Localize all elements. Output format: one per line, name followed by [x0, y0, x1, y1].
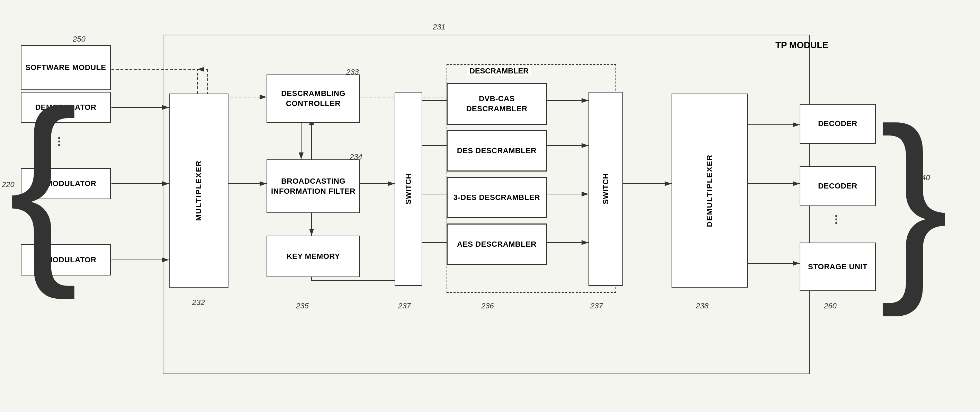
storage-unit-box: STORAGE UNIT: [800, 243, 876, 291]
decoder-brace: }: [879, 104, 948, 298]
dvb-cas-label: DVB-CAS DESCRAMBLER: [448, 94, 546, 113]
ref-235: 235: [296, 302, 309, 310]
ref-231: 231: [433, 22, 445, 32]
switch-right-box: SWITCH: [589, 92, 623, 286]
storage-unit-label: STORAGE UNIT: [808, 262, 867, 272]
aes-box: AES DESCRAMBLER: [447, 224, 547, 265]
switch-left-box: SWITCH: [395, 92, 422, 286]
des-label: DES DESCRAMBLER: [457, 146, 536, 156]
aes-label: AES DESCRAMBLER: [457, 240, 536, 249]
dvb-cas-box: DVB-CAS DESCRAMBLER: [447, 83, 547, 125]
key-memory-label: KEY MEMORY: [286, 252, 340, 262]
descrambling-controller-label: DESCRAMBLING CONTROLLER: [267, 89, 360, 109]
multiplexer-label: MULTIPLEXER: [194, 160, 204, 221]
three-des-label: 3-DES DESCRAMBLER: [453, 193, 540, 203]
ref-234: 234: [350, 152, 363, 161]
des-box: DES DESCRAMBLER: [447, 130, 547, 171]
decoder2-label: DECODER: [818, 181, 858, 191]
multiplexer-box: MULTIPLEXER: [169, 94, 229, 287]
decoder1-label: DECODER: [818, 119, 858, 129]
descrambler-label: DESCRAMBLER: [467, 67, 531, 75]
three-des-box: 3-DES DESCRAMBLER: [447, 177, 547, 218]
descrambling-controller-box: DESCRAMBLING CONTROLLER: [267, 75, 360, 123]
demultiplexer-box: DEMULTIPLEXER: [671, 94, 748, 287]
ref-250: 250: [73, 35, 86, 44]
ref-238: 238: [696, 302, 709, 310]
tp-module-label: TP MODULE: [775, 40, 828, 51]
diagram-container: TP MODULE DESCRAMBLER SOFTWARE MODULE 25…: [0, 0, 980, 412]
broadcasting-info-filter-box: BROADCASTING INFORMATION FILTER: [267, 160, 360, 213]
ref-240: 240: [917, 173, 930, 182]
ref-237-left: 237: [398, 302, 411, 310]
demodulator-brace: {: [9, 92, 78, 275]
switch-right-label: SWITCH: [601, 173, 611, 204]
ref-220: 220: [2, 180, 14, 189]
ref-232: 232: [192, 298, 205, 307]
broadcasting-info-filter-label: BROADCASTING INFORMATION FILTER: [267, 176, 360, 196]
demultiplexer-label: DEMULTIPLEXER: [705, 154, 715, 227]
ref-237-right: 237: [590, 302, 603, 310]
switch-left-label: SWITCH: [404, 173, 414, 204]
decoder1-box: DECODER: [800, 104, 876, 144]
decoder-dots: ⋮: [831, 213, 841, 225]
ref-236: 236: [481, 302, 494, 310]
decoder2-box: DECODER: [800, 166, 876, 206]
ref-233: 233: [346, 67, 359, 77]
ref-260: 260: [824, 302, 837, 310]
key-memory-box: KEY MEMORY: [267, 236, 360, 277]
